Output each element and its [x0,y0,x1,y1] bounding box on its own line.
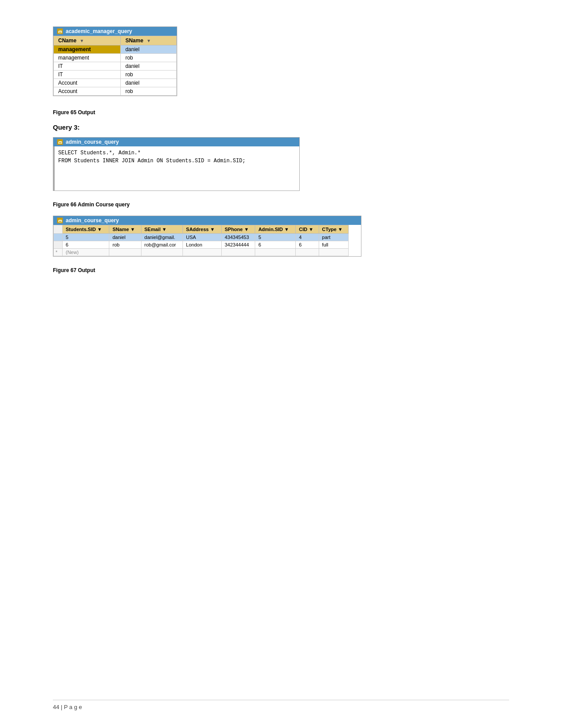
sql-line2: FROM Students INNER JOIN Admin ON Studen… [58,158,246,164]
new-row-empty [296,249,319,256]
col-saddress: SAddress ▼ [183,225,222,234]
page-footer: 44 | P a g e [53,700,509,710]
db-icon: 🗃 [57,28,63,34]
col-indicator [54,225,63,234]
new-row-indicator: * [54,249,63,256]
cell-semail: daniel@gmail. [141,234,183,241]
col-header-cname: CName ▼ [54,36,121,45]
cell-students-sid: 5 [63,234,109,241]
cell-sphone: 434345453 [221,234,255,241]
cell-ctype: part [319,234,348,241]
cname-sort-icon: ▼ [80,38,84,43]
cell-indicator [54,234,63,241]
admin-course-sql-window: 🗃 admin_course_query SELECT Students.*, … [53,137,300,191]
cell-admin-sid: 6 [255,241,296,249]
table-row: ITdaniel [54,62,177,71]
admin-course-sql-title: admin_course_query [66,139,119,145]
section-admin-course-table: 🗃 admin_course_query Students.SID ▼ SNam… [53,216,509,257]
cell-sname: daniel [121,79,177,87]
cell-admin-sid: 5 [255,234,296,241]
figure66-caption: Figure 66 Admin Course query [53,202,509,208]
query3-heading: Query 3: [53,123,509,131]
admin-course-sql-titlebar: 🗃 admin_course_query [53,138,299,146]
sname-sort-icon: ▼ [146,38,151,43]
table-row: 5danieldaniel@gmail.USA43434545354part [54,234,349,241]
cell-cid: 4 [296,234,319,241]
cell-cname: Account [54,87,121,96]
admin-table-db-icon: 🗃 [57,217,63,224]
cell-cid: 6 [296,241,319,249]
cell-sname: rob [121,71,177,79]
col-sname: SName ▼ [109,225,141,234]
cell-saddress: London [183,241,222,249]
cell-indicator [54,241,63,249]
figure65-caption: Figure 65 Output [53,109,509,116]
col-ctype: CType ▼ [319,225,348,234]
table-row: Accountrob [54,87,177,96]
table-row: managementdaniel [54,45,177,54]
students-sid-sort: ▼ [97,227,102,232]
cell-sname: rob [109,241,141,249]
new-row-empty [109,249,141,256]
table-new-row: *(New) [54,249,349,256]
table-row: 6robrob@gmail.corLondon34234444466full [54,241,349,249]
sphone-sort: ▼ [244,227,249,232]
cell-sname: daniel [121,62,177,71]
sql-db-icon: 🗃 [57,139,63,145]
academic-manager-title: academic_manager_query [66,28,132,34]
section-admin-course-sql: 🗃 admin_course_query SELECT Students.*, … [53,137,509,191]
cell-semail: rob@gmail.cor [141,241,183,249]
cell-cname: management [54,54,121,62]
admin-course-table-title: admin_course_query [66,217,119,224]
semail-sort: ▼ [162,227,167,232]
academic-manager-table: CName ▼ SName ▼ managementdanielmanageme… [53,36,177,96]
sql-line1: SELECT Students.*, Admin.* [58,150,141,156]
table-row: ITrob [54,71,177,79]
ctype-sort: ▼ [338,227,342,232]
new-row-empty [183,249,222,256]
admin-course-table-titlebar: 🗃 admin_course_query [53,216,361,225]
footer-text: 44 | P a g e [53,704,82,710]
cell-cname: IT [54,62,121,71]
new-row-empty [141,249,183,256]
cell-sname: daniel [121,45,177,54]
table-row: managementrob [54,54,177,62]
cell-sname: rob [121,87,177,96]
academic-manager-titlebar: 🗃 academic_manager_query [53,27,177,36]
new-row-empty [319,249,348,256]
new-row-empty [255,249,296,256]
cid-sort: ▼ [309,227,313,232]
col-students-sid: Students.SID ▼ [63,225,109,234]
cell-cname: management [54,45,121,54]
cell-ctype: full [319,241,348,249]
table-row: Accountdaniel [54,79,177,87]
col-header-sname: SName ▼ [121,36,177,45]
saddress-sort: ▼ [210,227,215,232]
cell-sname: daniel [109,234,141,241]
col-semail: SEmail ▼ [141,225,183,234]
cell-students-sid: 6 [63,241,109,249]
cell-cname: Account [54,79,121,87]
figure67-caption: Figure 67 Output [53,267,509,273]
academic-manager-window: 🗃 academic_manager_query CName ▼ SName ▼… [53,26,177,96]
admin-course-table-window: 🗃 admin_course_query Students.SID ▼ SNam… [53,216,361,257]
col-admin-sid: Admin.SID ▼ [255,225,296,234]
section-academic-manager: 🗃 academic_manager_query CName ▼ SName ▼… [53,26,509,99]
col-cid: CID ▼ [296,225,319,234]
cell-saddress: USA [183,234,222,241]
admin-table-header-row: Students.SID ▼ SName ▼ SEmail ▼ SAddress… [54,225,349,234]
new-row-label: (New) [63,249,109,256]
admin-sid-sort: ▼ [284,227,289,232]
cell-sname: rob [121,54,177,62]
cell-cname: IT [54,71,121,79]
col-sphone: SPhone ▼ [221,225,255,234]
admin-course-table: Students.SID ▼ SName ▼ SEmail ▼ SAddress… [53,225,349,256]
new-row-empty [221,249,255,256]
cell-sphone: 342344444 [221,241,255,249]
sql-content: SELECT Students.*, Admin.* FROM Students… [53,146,299,190]
sname-sort: ▼ [130,227,135,232]
